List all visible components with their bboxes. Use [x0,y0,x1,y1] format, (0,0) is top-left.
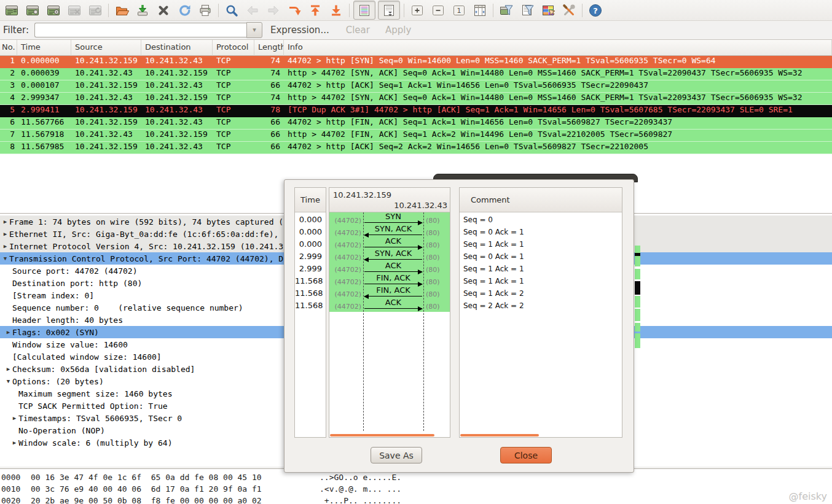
go-bottom-button[interactable] [326,1,347,19]
auto-scroll-icon [382,3,396,18]
flow-time-value: 11.568 [295,300,326,312]
packet-row[interactable]: 611.56776610.241.32.15910.241.32.43TCP66… [0,117,832,130]
go-top-button[interactable] [305,1,326,19]
filter-input[interactable] [34,23,246,37]
colorize-button[interactable] [353,1,375,20]
flow-arrow-left-icon [364,259,422,260]
collapsed-triangle-icon[interactable]: ▶ [10,440,18,446]
list-interfaces-icon [4,3,19,18]
packet-cell-no: 7 [0,130,17,142]
packet-row[interactable]: 42.99934710.241.32.4310.241.32.159TCP74h… [0,93,832,105]
flow-time-value: 11.568 [295,275,326,287]
packet-row[interactable]: 30.00010710.241.32.15910.241.32.43TCP664… [0,80,832,93]
packet-row[interactable]: 711.56791810.241.32.4310.241.32.159TCP66… [0,130,832,142]
comment-horizontal-scrollbar[interactable] [460,434,539,436]
flow-comment: Seq = 0 Ack = 1 [460,226,622,238]
column-header-info[interactable]: Info [284,40,832,56]
collapsed-triangle-icon[interactable]: ▶ [1,243,9,249]
column-header-time[interactable]: Time [17,40,71,56]
packet-cell-no: 3 [0,80,17,93]
zoom-in-button[interactable] [407,1,428,19]
host-left-label: 10.241.32.159 [333,190,447,200]
packet-cell-time: 11.567985 [17,142,71,154]
hex-bytes: 00 3c 76 e9 40 00 40 06 6d 17 0a f1 20 9… [31,483,320,495]
capture-filter-button[interactable] [496,1,517,19]
close-button[interactable]: Close [500,447,552,463]
expanded-triangle-icon[interactable]: ▼ [4,378,12,384]
detail-text: Sequence number: 0 (relative sequence nu… [12,303,243,312]
hex-offset: 0000 [0,471,31,483]
coloring-rules-button[interactable] [538,1,559,19]
column-header-proto[interactable]: Protocol [213,40,254,56]
go-to-packet-button[interactable] [284,1,305,19]
flow-comment: Seq = 1 Ack = 1 [460,263,622,275]
list-interfaces-button[interactable] [1,1,22,19]
graph-horizontal-scrollbar[interactable] [330,434,434,436]
close-file-icon [156,3,171,18]
capture-options-button[interactable] [22,1,43,19]
packet-row[interactable]: 811.56798510.241.32.15910.241.32.43TCP66… [0,142,832,154]
go-back-icon [245,3,260,18]
zoom-100-button[interactable]: 1 [449,1,469,19]
expression-button[interactable]: Expression... [270,25,329,36]
detail-text: Destination port: http (80) [12,279,142,288]
find-button[interactable] [221,1,242,19]
resize-columns-button[interactable] [469,1,490,19]
print-button[interactable] [195,1,216,19]
save-file-button[interactable] [132,1,153,19]
colorize-icon [357,3,372,18]
help-button[interactable]: ? [585,1,606,19]
src-port-label: (44702) [329,241,361,249]
hex-line[interactable]: 000000 16 3e 47 4f 0e 1c 6f 65 0a dd fe … [0,471,832,483]
background-window-sliver [635,256,640,266]
column-header-len[interactable]: Length [254,40,284,56]
packet-cell-len: 78 [254,105,284,117]
background-window-sliver [635,281,640,295]
reload-button[interactable] [174,1,195,19]
flow-arrow-right-icon [364,271,422,272]
go-top-icon [308,3,323,18]
detail-text: Window scale: 6 (multiply by 64) [18,438,172,448]
collapsed-triangle-icon[interactable]: ▶ [10,415,18,421]
column-header-src[interactable]: Source [71,40,141,56]
start-capture-button[interactable] [43,1,64,19]
start-capture-icon [46,3,61,18]
flow-comment-header: Comment [460,188,622,212]
flow-comment: Seq = 0 [460,214,622,226]
hex-line[interactable]: 001000 3c 76 e9 40 00 40 06 6d 17 0a f1 … [0,483,832,495]
flow-time-value: 11.568 [295,287,326,300]
close-file-button[interactable] [153,1,174,19]
save-as-button[interactable]: Save As [371,447,422,463]
detail-text: Ethernet II, Src: Giga-Byt_0a:dd:fe (1c:… [9,230,278,239]
zoom-100-icon: 1 [452,3,466,18]
column-header-no[interactable]: No. [0,40,17,56]
collapsed-triangle-icon[interactable]: ▶ [4,329,12,335]
toolbar: 1? [0,0,832,21]
packet-cell-len: 66 [254,130,284,142]
packet-row[interactable]: 52.99941110.241.32.15910.241.32.43TCP78[… [0,105,832,117]
zoom-out-button[interactable] [428,1,449,19]
collapsed-triangle-icon[interactable]: ▶ [1,219,9,225]
filter-dropdown-button[interactable]: ▾ [246,22,262,38]
dst-port-label: (80) [426,217,440,225]
collapsed-triangle-icon[interactable]: ▶ [1,231,9,237]
packet-cell-src: 10.241.32.159 [71,117,141,130]
packet-row[interactable]: 10.00000010.241.32.15910.241.32.43TCP744… [0,56,832,68]
packet-row[interactable]: 20.00003910.241.32.4310.241.32.159TCP74h… [0,68,832,80]
display-filter-button[interactable] [517,1,538,19]
column-header-dst[interactable]: Destination [141,40,213,56]
svg-text:1: 1 [457,7,461,15]
hex-line[interactable]: 002020 2b ae 9e 00 50 0b 08 f8 fe 00 00 … [0,495,832,504]
preferences-button[interactable] [559,1,579,19]
flow-arrow-row[interactable]: (44702)ACK(80) [329,300,450,312]
watermark: @feisky [789,490,827,502]
open-file-button[interactable] [111,1,132,19]
expanded-triangle-icon[interactable]: ▼ [1,255,9,262]
packet-cell-dst: 10.241.32.43 [141,80,213,93]
capture-options-icon [25,3,40,18]
auto-scroll-button[interactable] [378,1,400,20]
zoom-in-icon [410,3,425,18]
dst-port-label: (80) [426,254,440,262]
collapsed-triangle-icon[interactable]: ▶ [4,366,12,372]
packet-cell-src: 10.241.32.159 [71,142,141,154]
